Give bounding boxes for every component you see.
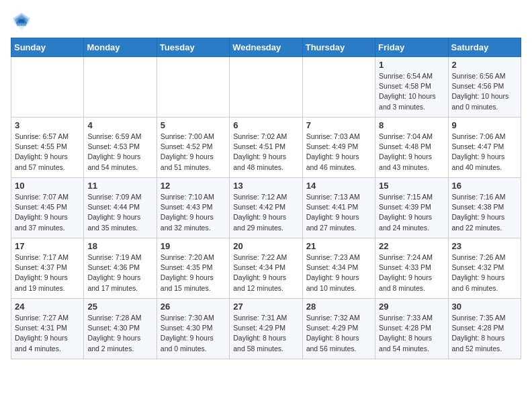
calendar-cell: 25Sunrise: 7:28 AM Sunset: 4:30 PM Dayli… xyxy=(84,299,157,359)
day-number: 13 xyxy=(233,181,298,191)
day-number: 18 xyxy=(87,241,152,251)
calendar-cell: 21Sunrise: 7:23 AM Sunset: 4:34 PM Dayli… xyxy=(302,238,375,299)
calendar-cell: 23Sunrise: 7:26 AM Sunset: 4:32 PM Dayli… xyxy=(448,238,521,299)
day-info: Sunrise: 6:57 AM Sunset: 4:55 PM Dayligh… xyxy=(15,132,80,173)
day-number: 11 xyxy=(87,181,152,191)
weekday-header-saturday: Saturday xyxy=(448,38,521,57)
day-info: Sunrise: 7:23 AM Sunset: 4:34 PM Dayligh… xyxy=(306,253,371,293)
day-number: 5 xyxy=(161,120,226,130)
day-number: 27 xyxy=(233,302,298,312)
day-number: 16 xyxy=(452,181,517,191)
day-info: Sunrise: 7:03 AM Sunset: 4:49 PM Dayligh… xyxy=(306,132,371,173)
week-row-3: 17Sunrise: 7:17 AM Sunset: 4:37 PM Dayli… xyxy=(11,238,521,299)
svg-marker-4 xyxy=(18,19,25,23)
day-info: Sunrise: 7:17 AM Sunset: 4:37 PM Dayligh… xyxy=(15,253,80,293)
weekday-header-thursday: Thursday xyxy=(302,38,375,57)
calendar-cell: 15Sunrise: 7:15 AM Sunset: 4:39 PM Dayli… xyxy=(375,178,448,238)
day-number: 24 xyxy=(15,302,80,312)
calendar-cell: 2Sunrise: 6:56 AM Sunset: 4:56 PM Daylig… xyxy=(448,57,521,118)
calendar-cell: 10Sunrise: 7:07 AM Sunset: 4:45 PM Dayli… xyxy=(11,178,84,238)
day-info: Sunrise: 7:22 AM Sunset: 4:34 PM Dayligh… xyxy=(233,253,298,293)
day-info: Sunrise: 6:56 AM Sunset: 4:56 PM Dayligh… xyxy=(452,71,517,112)
weekday-header-row: SundayMondayTuesdayWednesdayThursdayFrid… xyxy=(11,38,521,57)
week-row-1: 3Sunrise: 6:57 AM Sunset: 4:55 PM Daylig… xyxy=(11,118,521,178)
day-info: Sunrise: 7:27 AM Sunset: 4:31 PM Dayligh… xyxy=(15,313,80,354)
weekday-header-wednesday: Wednesday xyxy=(230,38,302,57)
day-number: 3 xyxy=(15,120,80,130)
calendar-cell xyxy=(11,57,84,118)
calendar-cell: 20Sunrise: 7:22 AM Sunset: 4:34 PM Dayli… xyxy=(230,238,302,299)
calendar-cell: 26Sunrise: 7:30 AM Sunset: 4:30 PM Dayli… xyxy=(157,299,229,359)
week-row-0: 1Sunrise: 6:54 AM Sunset: 4:58 PM Daylig… xyxy=(11,57,521,118)
weekday-header-monday: Monday xyxy=(84,38,157,57)
page-header xyxy=(11,11,521,32)
day-info: Sunrise: 7:32 AM Sunset: 4:29 PM Dayligh… xyxy=(306,313,371,354)
day-number: 20 xyxy=(233,241,298,251)
calendar-cell xyxy=(157,57,229,118)
calendar-cell: 27Sunrise: 7:31 AM Sunset: 4:29 PM Dayli… xyxy=(230,299,302,359)
day-info: Sunrise: 7:04 AM Sunset: 4:48 PM Dayligh… xyxy=(379,132,444,173)
day-info: Sunrise: 7:35 AM Sunset: 4:28 PM Dayligh… xyxy=(452,313,517,354)
day-number: 21 xyxy=(306,241,371,251)
day-info: Sunrise: 7:06 AM Sunset: 4:47 PM Dayligh… xyxy=(452,132,517,173)
day-number: 7 xyxy=(306,120,371,130)
calendar-cell: 12Sunrise: 7:10 AM Sunset: 4:43 PM Dayli… xyxy=(157,178,229,238)
day-info: Sunrise: 6:59 AM Sunset: 4:53 PM Dayligh… xyxy=(87,132,152,173)
day-info: Sunrise: 7:20 AM Sunset: 4:35 PM Dayligh… xyxy=(161,253,226,293)
day-number: 4 xyxy=(87,120,152,130)
day-info: Sunrise: 7:19 AM Sunset: 4:36 PM Dayligh… xyxy=(87,253,152,293)
day-info: Sunrise: 7:33 AM Sunset: 4:28 PM Dayligh… xyxy=(379,313,444,354)
day-number: 6 xyxy=(233,120,298,130)
calendar-cell: 18Sunrise: 7:19 AM Sunset: 4:36 PM Dayli… xyxy=(84,238,157,299)
day-info: Sunrise: 7:02 AM Sunset: 4:51 PM Dayligh… xyxy=(233,132,298,173)
day-info: Sunrise: 7:00 AM Sunset: 4:52 PM Dayligh… xyxy=(161,132,226,173)
calendar-cell: 7Sunrise: 7:03 AM Sunset: 4:49 PM Daylig… xyxy=(302,118,375,178)
calendar-cell: 14Sunrise: 7:13 AM Sunset: 4:41 PM Dayli… xyxy=(302,178,375,238)
day-number: 30 xyxy=(452,302,517,312)
day-number: 19 xyxy=(161,241,226,251)
day-number: 14 xyxy=(306,181,371,191)
day-number: 29 xyxy=(379,302,444,312)
day-info: Sunrise: 7:07 AM Sunset: 4:45 PM Dayligh… xyxy=(15,192,80,233)
calendar-cell: 17Sunrise: 7:17 AM Sunset: 4:37 PM Dayli… xyxy=(11,238,84,299)
calendar-cell: 6Sunrise: 7:02 AM Sunset: 4:51 PM Daylig… xyxy=(230,118,302,178)
day-info: Sunrise: 7:24 AM Sunset: 4:33 PM Dayligh… xyxy=(379,253,444,293)
day-number: 2 xyxy=(452,60,517,70)
calendar-cell: 29Sunrise: 7:33 AM Sunset: 4:28 PM Dayli… xyxy=(375,299,448,359)
day-number: 10 xyxy=(15,181,80,191)
day-number: 9 xyxy=(452,120,517,130)
day-number: 17 xyxy=(15,241,80,251)
day-number: 28 xyxy=(306,302,371,312)
day-info: Sunrise: 7:30 AM Sunset: 4:30 PM Dayligh… xyxy=(161,313,226,354)
day-number: 12 xyxy=(161,181,226,191)
weekday-header-friday: Friday xyxy=(375,38,448,57)
day-number: 25 xyxy=(87,302,152,312)
weekday-header-sunday: Sunday xyxy=(11,38,84,57)
week-row-2: 10Sunrise: 7:07 AM Sunset: 4:45 PM Dayli… xyxy=(11,178,521,238)
day-number: 15 xyxy=(379,181,444,191)
week-row-4: 24Sunrise: 7:27 AM Sunset: 4:31 PM Dayli… xyxy=(11,299,521,359)
weekday-header-tuesday: Tuesday xyxy=(157,38,229,57)
day-info: Sunrise: 7:09 AM Sunset: 4:44 PM Dayligh… xyxy=(87,192,152,233)
day-number: 1 xyxy=(379,60,444,70)
logo-icon xyxy=(11,11,32,32)
calendar-cell: 22Sunrise: 7:24 AM Sunset: 4:33 PM Dayli… xyxy=(375,238,448,299)
calendar-cell xyxy=(230,57,302,118)
calendar-cell: 8Sunrise: 7:04 AM Sunset: 4:48 PM Daylig… xyxy=(375,118,448,178)
calendar-cell: 30Sunrise: 7:35 AM Sunset: 4:28 PM Dayli… xyxy=(448,299,521,359)
calendar-cell: 5Sunrise: 7:00 AM Sunset: 4:52 PM Daylig… xyxy=(157,118,229,178)
day-info: Sunrise: 7:31 AM Sunset: 4:29 PM Dayligh… xyxy=(233,313,298,354)
calendar-cell: 4Sunrise: 6:59 AM Sunset: 4:53 PM Daylig… xyxy=(84,118,157,178)
day-number: 26 xyxy=(161,302,226,312)
day-number: 23 xyxy=(452,241,517,251)
day-number: 8 xyxy=(379,120,444,130)
calendar-cell xyxy=(84,57,157,118)
logo xyxy=(11,11,35,32)
day-info: Sunrise: 7:12 AM Sunset: 4:42 PM Dayligh… xyxy=(233,192,298,233)
calendar-cell xyxy=(302,57,375,118)
calendar-cell: 13Sunrise: 7:12 AM Sunset: 4:42 PM Dayli… xyxy=(230,178,302,238)
calendar-cell: 11Sunrise: 7:09 AM Sunset: 4:44 PM Dayli… xyxy=(84,178,157,238)
day-info: Sunrise: 7:26 AM Sunset: 4:32 PM Dayligh… xyxy=(452,253,517,293)
calendar-cell: 24Sunrise: 7:27 AM Sunset: 4:31 PM Dayli… xyxy=(11,299,84,359)
day-info: Sunrise: 7:16 AM Sunset: 4:38 PM Dayligh… xyxy=(452,192,517,233)
